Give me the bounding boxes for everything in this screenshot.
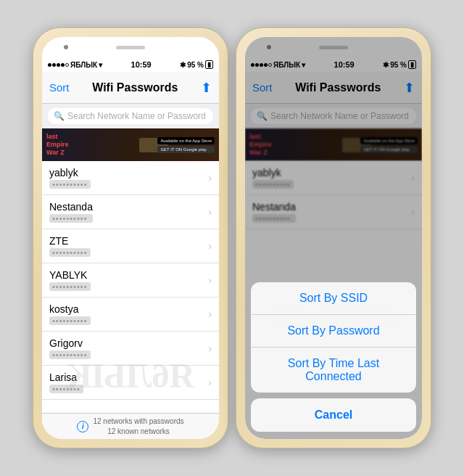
camera-left [64, 45, 68, 49]
network-pass-2-left: •••••••••• [49, 248, 91, 257]
time-left: 10:59 [131, 60, 152, 69]
sort-button-left[interactable]: Sort [49, 81, 70, 94]
page-title-left: Wifi Passwords [92, 81, 178, 94]
dot5 [65, 63, 69, 67]
action-sheet-group: Sort By SSID Sort By Password Sort By Ti… [251, 282, 416, 393]
network-pass-0-left: •••••••••• [49, 180, 91, 189]
phone-right-screen: ЯБЛЫК ▾ 10:59 ✱ 95 % ▮ Sort Wifi Passwor… [245, 37, 422, 439]
arrow-1-left: › [208, 206, 212, 218]
phones-container: ЯБЛЫК ▾ 10:59 ✱ 95 % ▮ Sort Wifi Passwor… [33, 28, 431, 448]
network-item-2-left[interactable]: ZTE •••••••••• › [42, 229, 219, 263]
network-info-2-left: ZTE •••••••••• [49, 235, 91, 257]
dot3 [57, 63, 60, 67]
network-info-6-left: Larisa •••••••• [49, 372, 83, 393]
arrow-6-left: › [208, 377, 212, 388]
speaker-left [116, 46, 145, 49]
network-name-6-left: Larisa [49, 372, 83, 383]
network-info-0-left: yablyk •••••••••• [49, 167, 91, 189]
arrow-3-left: › [208, 274, 212, 286]
network-list-left: yablyk •••••••••• › Nestanda •••••••••• … [42, 161, 219, 413]
network-info-4-left: kostya •••••••••• [49, 303, 91, 325]
search-placeholder-left: Search Network Name or Password [67, 111, 206, 121]
network-item-5-left[interactable]: Grigorv •••••••••• › [42, 332, 219, 366]
search-icon-left: 🔍 [54, 111, 65, 121]
network-name-2-left: ZTE [49, 235, 91, 247]
network-pass-4-left: •••••••••• [49, 316, 91, 325]
sort-by-time-button[interactable]: Sort By Time Last Connected [251, 348, 416, 393]
googleplay-btn-left[interactable]: GET IT ON Google play [157, 146, 215, 153]
arrow-5-left: › [208, 342, 212, 354]
info-icon-left[interactable]: i [77, 421, 88, 432]
network-name-0-left: yablyk [49, 167, 91, 178]
network-item-6-left[interactable]: Larisa •••••••• › [42, 366, 219, 400]
network-info-3-left: YABLYK •••••••••• [49, 269, 91, 291]
network-item-1-left[interactable]: Nestanda •••••••••• › [42, 195, 219, 229]
share-button-left[interactable]: ⬆ [201, 80, 212, 96]
ad-logos-left: Available on the App Store GET IT ON Goo… [157, 137, 215, 153]
network-name-4-left: kostya [49, 303, 91, 315]
wifi-icon-left: ▾ [99, 61, 102, 69]
ad-banner-left[interactable]: last Empire War Z Available on the App S… [42, 128, 219, 161]
signal-left [48, 63, 69, 67]
network-name-3-left: YABLYK [49, 269, 91, 281]
status-bar-left: ЯБЛЫК ▾ 10:59 ✱ 95 % ▮ [42, 57, 219, 72]
action-sheet-overlay: Sort By SSID Sort By Password Sort By Ti… [245, 37, 422, 439]
network-item-4-left[interactable]: kostya •••••••••• › [42, 298, 219, 332]
action-sheet: Sort By SSID Sort By Password Sort By Ti… [245, 282, 422, 439]
bottom-status-left: i 12 networks with passwords 12 known ne… [42, 413, 219, 439]
cancel-button[interactable]: Cancel [251, 398, 416, 432]
phone-left: ЯБЛЫК ▾ 10:59 ✱ 95 % ▮ Sort Wifi Passwor… [33, 28, 228, 448]
appstore-btn-left[interactable]: Available on the App Store [157, 137, 215, 144]
phone-left-screen: ЯБЛЫК ▾ 10:59 ✱ 95 % ▮ Sort Wifi Passwor… [42, 37, 219, 439]
phone-left-top [42, 37, 219, 57]
network-info-5-left: Grigorv •••••••••• [49, 337, 91, 359]
arrow-0-left: › [208, 172, 212, 184]
sort-by-password-button[interactable]: Sort By Password [251, 315, 416, 348]
status-text-left: 12 networks with passwords 12 known netw… [93, 416, 183, 437]
status-line2-left: 12 known networks [93, 427, 183, 437]
status-right-left: ✱ 95 % ▮ [180, 60, 213, 69]
arrow-2-left: › [208, 240, 212, 252]
carrier-left: ЯБЛЫК [70, 61, 97, 69]
network-name-1-left: Nestanda [49, 201, 93, 213]
battery-left: 95 % [187, 61, 204, 69]
dot2 [52, 63, 56, 67]
search-bar-left: 🔍 Search Network Name or Password [42, 104, 219, 128]
network-pass-3-left: •••••••••• [49, 282, 91, 291]
phone-right: ЯБЛЫК ▾ 10:59 ✱ 95 % ▮ Sort Wifi Passwor… [236, 28, 431, 448]
network-name-5-left: Grigorv [49, 337, 91, 349]
battery-icon-left: ▮ [205, 60, 213, 69]
bluetooth-left: ✱ [180, 61, 186, 69]
network-pass-6-left: •••••••• [49, 385, 83, 393]
dot4 [61, 63, 65, 67]
network-item-0-left[interactable]: yablyk •••••••••• › [42, 161, 219, 195]
network-info-1-left: Nestanda •••••••••• [49, 201, 93, 223]
network-pass-1-left: •••••••••• [49, 214, 93, 223]
search-inner-left[interactable]: 🔍 Search Network Name or Password [48, 108, 213, 124]
nav-bar-left: Sort Wifi Passwords ⬆ [42, 72, 219, 104]
ad-title-left: last Empire War Z [46, 133, 69, 156]
dot1 [48, 63, 51, 67]
sort-by-ssid-button[interactable]: Sort By SSID [251, 282, 416, 315]
status-line1-left: 12 networks with passwords [93, 416, 183, 427]
status-left-left: ЯБЛЫК ▾ [48, 61, 102, 69]
network-item-3-left[interactable]: YABLYK •••••••••• › [42, 263, 219, 298]
network-pass-5-left: •••••••••• [49, 350, 91, 359]
arrow-4-left: › [208, 308, 212, 320]
